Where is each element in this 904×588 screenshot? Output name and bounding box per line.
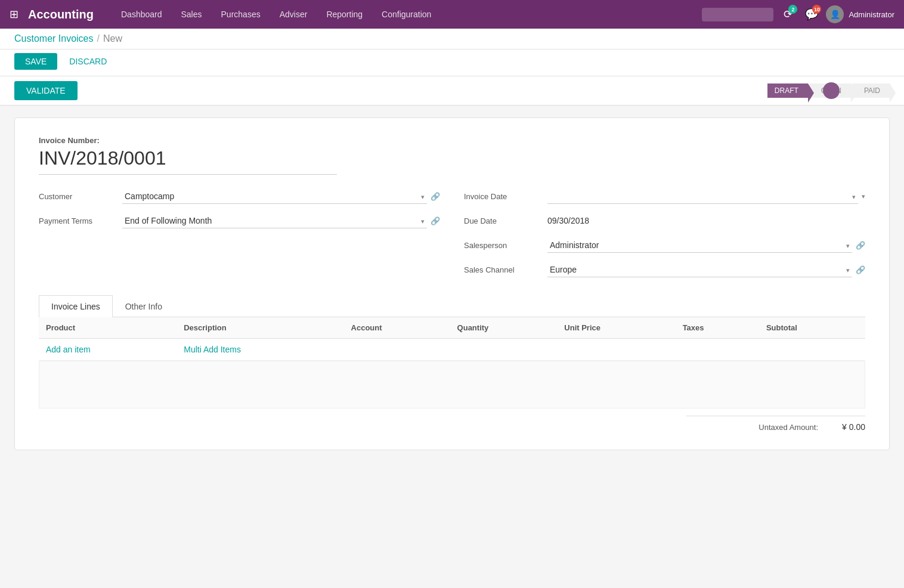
customer-select[interactable]: Camptocamp	[122, 189, 427, 204]
customer-external-link-icon[interactable]: 🔗	[431, 192, 440, 201]
sales-channel-external-link-icon[interactable]: 🔗	[856, 265, 865, 274]
salesperson-control: Administrator 🔗	[547, 238, 865, 253]
salesperson-select[interactable]: Administrator	[547, 238, 852, 253]
salesperson-external-link-icon[interactable]: 🔗	[856, 241, 865, 250]
invoice-lines-table: Product Description Account Quantity Uni…	[39, 317, 865, 361]
payment-terms-select[interactable]: End of Following Month	[122, 213, 427, 228]
validate-button[interactable]: VALIDATE	[14, 81, 78, 100]
table-row-add: Add an item Multi Add Items	[39, 339, 865, 361]
multi-add-cell: Multi Add Items	[177, 339, 343, 361]
invoice-card: Invoice Number: INV/2018/0001 Customer C…	[14, 117, 890, 450]
payment-terms-external-link-icon[interactable]: 🔗	[431, 216, 440, 225]
untaxed-label: Untaxed Amount:	[759, 423, 818, 432]
sales-channel-row: Sales Channel Europe 🔗	[464, 262, 865, 277]
status-step-paid: PAID	[852, 83, 890, 98]
main-content: Invoice Number: INV/2018/0001 Customer C…	[0, 106, 904, 462]
unit-price-cell-empty	[557, 339, 675, 361]
multi-add-link[interactable]: Multi Add Items	[184, 345, 241, 354]
discard-button[interactable]: DISCARD	[62, 53, 114, 70]
sales-channel-label: Sales Channel	[464, 265, 541, 274]
nav-sales[interactable]: Sales	[173, 6, 210, 23]
sales-channel-select-wrapper: Europe	[547, 262, 852, 277]
account-cell-empty	[344, 339, 450, 361]
nav-configuration[interactable]: Configuration	[373, 6, 439, 23]
invoice-date-input[interactable]	[547, 189, 858, 204]
untaxed-value: ¥ 0.00	[842, 422, 865, 432]
payment-terms-control: End of Following Month 🔗	[122, 213, 440, 228]
breadcrumb-separator: /	[97, 33, 100, 44]
form-left: Customer Camptocamp 🔗 Payment Terms	[39, 189, 440, 277]
payment-terms-select-wrapper: End of Following Month	[122, 213, 427, 228]
add-item-cell: Add an item	[39, 339, 177, 361]
col-subtotal: Subtotal	[759, 317, 865, 339]
grid-icon[interactable]: ⊞	[10, 8, 18, 21]
customer-row: Customer Camptocamp 🔗	[39, 189, 440, 204]
messages-badge: 10	[812, 5, 821, 14]
empty-area	[39, 361, 865, 408]
taxes-cell-empty	[676, 339, 759, 361]
invoice-number-label: Invoice Number:	[39, 136, 865, 145]
activity-icon[interactable]: ⟳ 2	[778, 5, 797, 24]
invoice-number-value[interactable]: INV/2018/0001	[39, 147, 337, 175]
form-right: Invoice Date ▾ Due Date 09/30/2018	[464, 189, 865, 277]
sales-channel-control: Europe 🔗	[547, 262, 865, 277]
subtotal-cell-empty	[759, 339, 865, 361]
nav-purchases[interactable]: Purchases	[213, 6, 269, 23]
customer-label: Customer	[39, 192, 116, 201]
sales-channel-select[interactable]: Europe	[547, 262, 852, 277]
col-description: Description	[177, 317, 343, 339]
save-button[interactable]: SAVE	[14, 53, 57, 70]
breadcrumb-current: New	[103, 33, 122, 44]
nav-adviser[interactable]: Adviser	[271, 6, 316, 23]
form-grid: Customer Camptocamp 🔗 Payment Terms	[39, 189, 865, 277]
col-product: Product	[39, 317, 177, 339]
due-date-value: 09/30/2018	[547, 213, 589, 228]
customer-select-wrapper: Camptocamp	[122, 189, 427, 204]
breadcrumb-parent[interactable]: Customer Invoices	[14, 33, 94, 44]
salesperson-label: Salesperson	[464, 241, 541, 250]
nav-right: ⟳ 2 💬 10 👤 Administrator	[702, 5, 894, 24]
action-buttons: SAVE DISCARD	[0, 49, 904, 76]
status-step-draft: DRAFT	[767, 83, 808, 98]
search-input[interactable]	[702, 8, 773, 21]
col-quantity: Quantity	[450, 317, 558, 339]
payment-terms-row: Payment Terms End of Following Month 🔗	[39, 213, 440, 228]
due-date-label: Due Date	[464, 216, 541, 225]
avatar[interactable]: 👤	[826, 5, 844, 23]
invoice-footer: Untaxed Amount: ¥ 0.00	[39, 408, 865, 432]
col-taxes: Taxes	[676, 317, 759, 339]
breadcrumb: Customer Invoices / New	[14, 33, 122, 44]
payment-terms-label: Payment Terms	[39, 216, 116, 225]
tabs: Invoice Lines Other Info	[39, 295, 865, 317]
quantity-cell-empty	[450, 339, 558, 361]
admin-name: Administrator	[849, 10, 894, 19]
activity-badge: 2	[788, 5, 797, 14]
invoice-date-label: Invoice Date	[464, 192, 541, 201]
top-navigation: ⊞ Accounting Dashboard Sales Purchases A…	[0, 0, 904, 29]
status-bar: VALIDATE DRAFT OPEN PAID	[0, 76, 904, 106]
tab-other-info[interactable]: Other Info	[113, 295, 175, 317]
subheader: Customer Invoices / New	[0, 29, 904, 49]
due-date-control: 09/30/2018	[547, 213, 865, 228]
salesperson-select-wrapper: Administrator	[547, 238, 852, 253]
col-account: Account	[344, 317, 450, 339]
col-unit-price: Unit Price	[557, 317, 675, 339]
invoice-date-control: ▾	[547, 189, 865, 204]
status-dot	[823, 82, 840, 99]
nav-links: Dashboard Sales Purchases Adviser Report…	[113, 6, 697, 23]
invoice-date-dropdown-icon[interactable]: ▾	[862, 193, 865, 200]
invoice-date-row: Invoice Date ▾	[464, 189, 865, 204]
nav-dashboard[interactable]: Dashboard	[113, 6, 171, 23]
tab-invoice-lines[interactable]: Invoice Lines	[39, 295, 113, 317]
salesperson-row: Salesperson Administrator 🔗	[464, 238, 865, 253]
nav-reporting[interactable]: Reporting	[318, 6, 371, 23]
add-item-link[interactable]: Add an item	[46, 345, 91, 354]
invoice-date-select-wrapper	[547, 189, 858, 204]
customer-control: Camptocamp 🔗	[122, 189, 440, 204]
due-date-row: Due Date 09/30/2018	[464, 213, 865, 228]
brand-name: Accounting	[28, 8, 94, 21]
messages-icon[interactable]: 💬 10	[802, 5, 821, 24]
